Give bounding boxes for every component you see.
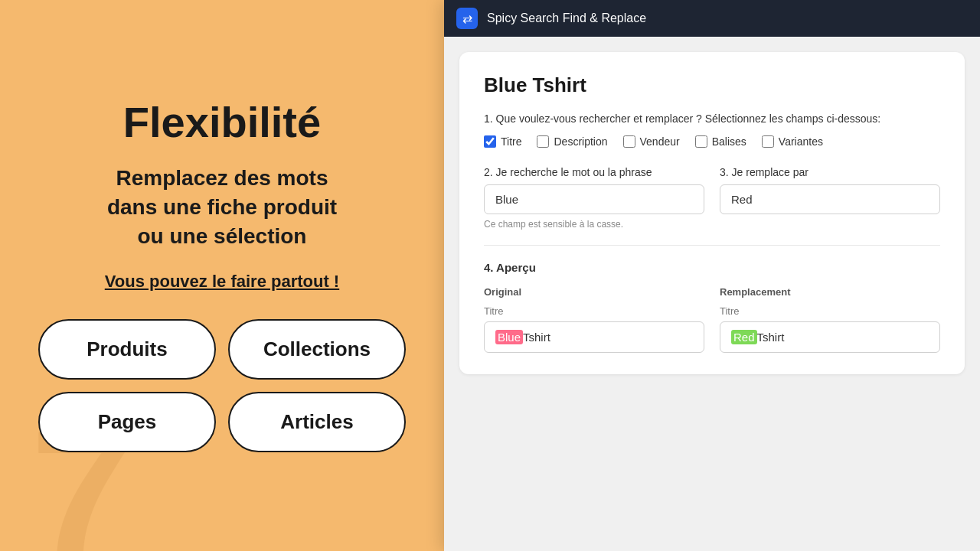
replacement-preview-box: Red Tshirt	[720, 321, 940, 353]
replacement-highlight: Red	[731, 330, 757, 344]
preview-original-col: Original Titre Blue Tshirt	[484, 286, 704, 353]
replace-input[interactable]	[720, 184, 940, 214]
category-buttons-grid: Produits Collections Pages Articles	[38, 319, 406, 452]
replacement-rest: Tshirt	[757, 331, 785, 344]
replace-field-group: 3. Je remplace par	[720, 166, 940, 214]
link-everywhere[interactable]: Vous pouvez le faire partout !	[105, 272, 339, 292]
title-bar: ⇄ Spicy Search Find & Replace	[444, 0, 980, 37]
divider	[484, 245, 940, 246]
checkbox-vendeur-label: Vendeur	[640, 135, 680, 148]
search-replace-fields: 2. Je recherche le mot ou la phrase 3. J…	[484, 166, 940, 214]
replacement-col-label: Remplacement	[720, 286, 940, 298]
original-rest: Tshirt	[523, 331, 550, 344]
step3-label: 3. Je remplace par	[720, 166, 940, 178]
original-field-label: Titre	[484, 305, 704, 317]
checkbox-titre-label: Titre	[501, 135, 521, 148]
preview-replacement-col: Remplacement Titre Red Tshirt	[720, 286, 940, 353]
step1-label: 1. Que voulez-vous rechercher et remplac…	[484, 112, 940, 125]
category-btn-collections[interactable]: Collections	[228, 319, 406, 380]
checkbox-vendeur-input[interactable]	[623, 135, 635, 148]
checkbox-description-label: Description	[554, 135, 607, 148]
card-title: Blue Tshirt	[484, 73, 940, 97]
checkboxes-row: Titre Description Vendeur Balises	[484, 135, 940, 148]
checkbox-variantes[interactable]: Variantes	[762, 135, 823, 148]
app-icon: ⇄	[456, 8, 478, 29]
subtitle: Remplacez des motsdans une fiche produit…	[107, 164, 337, 250]
app-window: ⇄ Spicy Search Find & Replace Blue Tshir…	[444, 0, 980, 551]
main-card: Blue Tshirt 1. Que voulez-vous recherche…	[459, 52, 965, 374]
checkbox-balises-label: Balises	[712, 135, 746, 148]
right-panel: ⇄ Spicy Search Find & Replace Blue Tshir…	[444, 0, 980, 551]
replacement-field-label: Titre	[720, 305, 940, 317]
step2-label: 2. Je recherche le mot ou la phrase	[484, 166, 704, 178]
category-btn-pages[interactable]: Pages	[38, 392, 216, 452]
app-icon-symbol: ⇄	[462, 11, 472, 26]
checkbox-titre-input[interactable]	[484, 135, 496, 148]
main-title: Flexibilité	[123, 99, 321, 146]
checkbox-description-input[interactable]	[537, 135, 549, 148]
checkbox-description[interactable]: Description	[537, 135, 607, 148]
original-preview-box: Blue Tshirt	[484, 321, 704, 353]
checkbox-variantes-label: Variantes	[779, 135, 823, 148]
checkbox-balises[interactable]: Balises	[695, 135, 746, 148]
search-input[interactable]	[484, 184, 704, 214]
checkbox-variantes-input[interactable]	[762, 135, 774, 148]
original-col-label: Original	[484, 286, 704, 298]
case-sensitive-hint: Ce champ est sensible à la casse.	[484, 219, 940, 230]
preview-row: Original Titre Blue Tshirt Remplacement …	[484, 286, 940, 353]
original-highlight: Blue	[495, 330, 523, 344]
category-btn-articles[interactable]: Articles	[228, 392, 406, 452]
window-content: Blue Tshirt 1. Que voulez-vous recherche…	[444, 37, 980, 551]
checkbox-vendeur[interactable]: Vendeur	[623, 135, 680, 148]
step4-label: 4. Aperçu	[484, 261, 940, 274]
category-btn-produits[interactable]: Produits	[38, 319, 216, 380]
search-field-group: 2. Je recherche le mot ou la phrase	[484, 166, 704, 214]
checkbox-titre[interactable]: Titre	[484, 135, 521, 148]
checkbox-balises-input[interactable]	[695, 135, 707, 148]
left-panel: Flexibilité Remplacez des motsdans une f…	[0, 0, 444, 551]
app-title: Spicy Search Find & Replace	[487, 11, 646, 25]
